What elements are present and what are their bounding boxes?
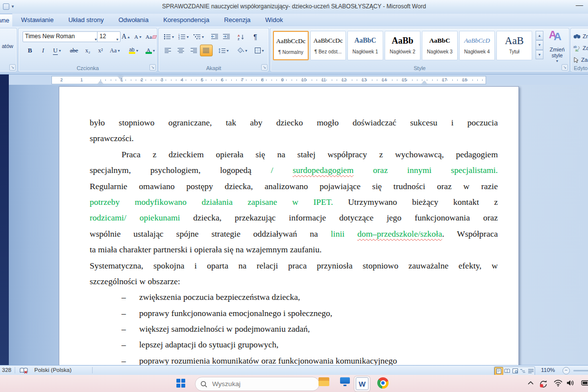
doc-line-5[interactable]: Regularnie omawiano postępy dziecka, ana… — [90, 178, 498, 194]
decrease-indent-button[interactable] — [209, 31, 220, 43]
highlight-color-button[interactable]: ab ▼ — [125, 45, 142, 56]
right-indent-marker[interactable] — [422, 78, 427, 84]
change-styles-button[interactable]: AA Zmień style ▼ — [545, 30, 569, 68]
shading-button[interactable]: ▼ — [234, 45, 251, 56]
taskbar-search[interactable] — [195, 377, 319, 391]
doc-line-7[interactable]: rodzicami/ opiekunami dziecka, przekazuj… — [90, 210, 498, 225]
doc-line-6[interactable]: potrzeby modyfikowano działania zapisane… — [90, 194, 498, 210]
style-chip-nagłówek-3[interactable]: AaBbCNagłówek 3 — [422, 31, 458, 60]
tab-wstawianie[interactable]: Wstawianie — [14, 14, 61, 26]
tab-recenzja[interactable]: Recenzja — [217, 14, 258, 26]
speaker-icon[interactable] — [566, 379, 575, 387]
reading-view-button[interactable] — [503, 367, 511, 374]
battery-icon[interactable] — [581, 379, 588, 387]
tray-chevron-up-icon[interactable] — [527, 379, 534, 387]
word-count-partial[interactable]: 328 — [2, 366, 11, 375]
tab-widok[interactable]: Widok — [258, 14, 290, 26]
tab-home-clipped[interactable]: Główne — [0, 14, 12, 26]
doc-line-12[interactable]: –zwiększenia poczucia bezpieczeństwa dzi… — [90, 289, 498, 305]
language-indicator[interactable]: Polski (Polska) — [34, 366, 72, 375]
align-right-button[interactable] — [187, 45, 200, 56]
spellcheck-book-icon[interactable] — [20, 367, 28, 374]
italic-button[interactable]: I — [37, 45, 49, 56]
tab-odwołania[interactable]: Odwołania — [111, 14, 156, 26]
increase-indent-button[interactable] — [220, 31, 232, 43]
chevron-down-icon[interactable]: ▼ — [116, 35, 119, 42]
zoom-slider[interactable] — [573, 370, 588, 371]
print-layout-view-button[interactable] — [494, 367, 503, 375]
font-dialog-launcher[interactable]: ↘ — [149, 64, 156, 71]
underline-button[interactable]: U▼ — [49, 45, 66, 56]
justify-button[interactable] — [200, 45, 213, 56]
align-center-button[interactable] — [174, 45, 187, 56]
line-spacing-button[interactable]: ▼ — [216, 45, 232, 56]
horizontal-ruler[interactable]: 211234567891011121314151718 — [51, 76, 486, 84]
bold-button[interactable]: B — [24, 45, 36, 56]
web-layout-view-button[interactable] — [511, 367, 519, 374]
doc-line-2[interactable]: sprawczości. — [90, 130, 498, 146]
multilevel-list-button[interactable]: ▼ — [191, 31, 207, 43]
doc-line-10[interactable]: Systematyczna, spokojna i oparta na rela… — [90, 258, 498, 273]
grow-font-button[interactable]: A▲ — [120, 31, 132, 43]
superscript-button[interactable]: x² — [94, 45, 107, 56]
font-size-combobox[interactable]: 12 ▼ — [97, 31, 121, 42]
doc-line-3[interactable]: Praca z dzieckiem opierała się na stałej… — [90, 147, 498, 162]
clipboard-dialog-launcher[interactable]: ↘ — [9, 64, 16, 71]
draft-view-button[interactable] — [527, 367, 535, 374]
paragraph-dialog-launcher[interactable]: ↘ — [261, 64, 268, 71]
doc-line-15[interactable]: –lepszej adaptacji do sytuacji grupowych… — [90, 337, 498, 352]
align-left-button[interactable] — [162, 45, 174, 56]
chrome-button[interactable] — [377, 377, 389, 389]
file-explorer-button[interactable] — [318, 377, 330, 386]
numbering-button[interactable]: 123▼ — [176, 31, 191, 43]
select-button[interactable]: Za — [573, 55, 588, 65]
doc-line-1[interactable]: było stopniowo ograniczane, tak aby dzie… — [90, 115, 498, 130]
doc-line-13[interactable]: –poprawy funkcjonowania emocjonalnego i … — [90, 305, 498, 321]
format-painter-partial-label[interactable]: atów — [2, 43, 13, 49]
change-case-button[interactable]: Aa▼ — [107, 45, 123, 56]
style-chip-nagłówek-2[interactable]: AaBbNagłówek 2 — [385, 31, 420, 60]
font-name-combobox[interactable]: Times New Roman ▼ — [23, 31, 99, 42]
doc-line-8[interactable]: wspólnie ustalając spójne strategie oddz… — [90, 226, 498, 242]
shrink-font-button[interactable]: A▼ — [132, 31, 144, 43]
styles-dialog-launcher[interactable]: ↘ — [562, 64, 568, 71]
font-color-button[interactable]: A ▼ — [142, 45, 159, 56]
this-pc-button[interactable] — [340, 377, 351, 386]
style-chip-bez-odst[interactable]: AaBbCcDc¶ Bez odst... — [310, 31, 346, 60]
style-chip-normalny[interactable]: AaBbCcDc¶ Normalny — [273, 31, 309, 60]
subscript-button[interactable]: x₂ — [81, 45, 94, 56]
search-input[interactable] — [211, 380, 292, 388]
gallery-down-icon[interactable]: ▼ — [536, 40, 543, 49]
style-chip-nagłówek-1[interactable]: AaBbCNagłówek 1 — [347, 31, 383, 60]
minimize-button[interactable]: — — [576, 0, 583, 9]
outline-view-button[interactable] — [519, 367, 527, 374]
zoom-level[interactable]: 110% — [541, 366, 555, 375]
screen-record-icon[interactable] — [539, 379, 548, 388]
gallery-expand-icon[interactable]: ▼ — [536, 50, 543, 59]
word-app-button[interactable]: W — [356, 377, 368, 390]
document-page[interactable]: było stopniowo ograniczane, tak aby dzie… — [59, 86, 519, 367]
borders-button[interactable]: ▼ — [252, 45, 268, 56]
strikethrough-button[interactable]: abe — [67, 45, 81, 56]
hanging-indent-marker[interactable] — [98, 78, 103, 84]
tab-układ-strony[interactable]: Układ strony — [61, 14, 111, 26]
show-paragraph-marks-button[interactable]: ¶ — [249, 31, 262, 43]
find-button[interactable]: Zn — [573, 31, 588, 41]
replace-button[interactable]: abac Za — [573, 43, 588, 53]
clear-formatting-button[interactable]: Aa — [145, 31, 157, 43]
style-chip-tytuł[interactable]: AaBTytuł — [496, 31, 532, 60]
tab-korespondencja[interactable]: Korespondencja — [156, 14, 217, 26]
gallery-up-icon[interactable]: ▲ — [536, 31, 543, 40]
style-chip-nagłówek-4[interactable]: AaBbCcDNagłówek 4 — [459, 31, 495, 60]
sort-button[interactable]: AZ — [234, 31, 248, 43]
wifi-icon[interactable] — [554, 379, 563, 387]
doc-line-9[interactable]: ta miała charakter partnerski i opierała… — [90, 242, 498, 257]
tab-home-label[interactable]: Główne — [0, 14, 12, 26]
doc-line-14[interactable]: –większej samodzielności w podejmowaniu … — [90, 321, 498, 337]
text-segment: oraz innymi specjalistami. — [354, 165, 498, 175]
zoom-out-button[interactable]: − — [563, 367, 570, 374]
start-button[interactable] — [176, 379, 185, 388]
doc-line-4[interactable]: specjalnym, psychologiem, logopedą / sur… — [90, 162, 498, 178]
doc-line-11[interactable]: szczególności w obszarze: — [90, 273, 498, 289]
bullets-button[interactable]: ▼ — [162, 31, 176, 43]
